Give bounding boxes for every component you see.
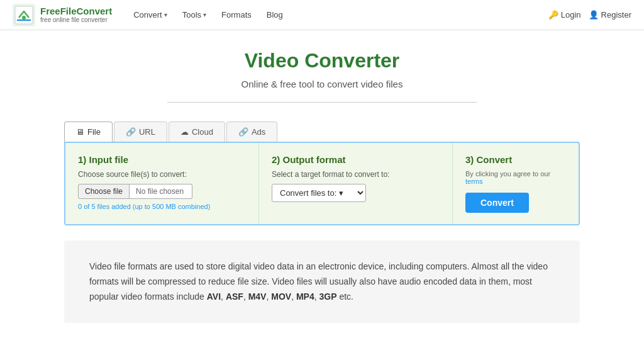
title-divider [167, 102, 477, 103]
nav-convert[interactable]: Convert ▾ [127, 6, 174, 23]
description-area: Video file formats are used to store dig… [64, 240, 580, 323]
nav-blog-label: Blog [267, 10, 283, 20]
file-count-text: 0 of 5 files added (up to 500 MB combine… [78, 203, 210, 210]
format-mov: MOV [271, 291, 291, 302]
choose-file-button[interactable]: Choose file [78, 184, 130, 199]
output-label: Select a target format to convert to: [272, 170, 440, 179]
main-content: Video Converter Online & free tool to co… [52, 30, 592, 323]
nav-formats[interactable]: Formats [215, 6, 258, 23]
nav-formats-label: Formats [221, 10, 252, 20]
nav-convert-label: Convert [133, 10, 162, 20]
login-label: Login [561, 10, 581, 20]
ads-tab-label: Ads [252, 127, 265, 137]
format-select[interactable]: Convert files to: ▾ MP4 AVI MOV MKV [272, 184, 366, 202]
login-link[interactable]: 🔑 Login [548, 10, 581, 20]
svg-rect-1 [15, 6, 33, 24]
format-m4v: M4V [248, 291, 267, 302]
register-link[interactable]: 👤 Register [589, 10, 631, 20]
cloud-tab-label: Cloud [192, 127, 213, 137]
terms-link[interactable]: terms [465, 178, 483, 185]
file-input-row: Choose file No file chosen [78, 184, 246, 199]
input-section: 1) Input file Choose source file(s) to c… [65, 143, 259, 224]
nav-tools[interactable]: Tools ▾ [176, 6, 213, 23]
tab-cloud[interactable]: ☁ Cloud [169, 122, 225, 142]
output-section: 2) Output format Select a target format … [259, 143, 453, 224]
page-subtitle: Online & free tool to convert video file… [64, 79, 580, 89]
register-icon: 👤 [589, 10, 599, 20]
nav-blog[interactable]: Blog [260, 6, 289, 23]
format-mp4: MP4 [296, 291, 314, 302]
convert-title: 3) Convert [465, 154, 566, 165]
terms-link-text: terms [465, 178, 483, 185]
register-label: Register [601, 10, 631, 20]
terms-prefix: By clicking you agree to our [465, 170, 550, 178]
tab-ads[interactable]: 🔗 Ads [226, 122, 277, 142]
cloud-tab-icon: ☁ [180, 127, 189, 137]
input-label: Choose source file(s) to convert: [78, 170, 246, 179]
file-count: 0 of 5 files added (up to 500 MB combine… [78, 203, 246, 210]
tabs: 🖥 File 🔗 URL ☁ Cloud 🔗 Ads [64, 122, 580, 142]
logo-icon [13, 4, 35, 26]
convert-terms: By clicking you agree to our terms [465, 170, 566, 185]
file-tab-icon: 🖥 [76, 127, 84, 137]
navbar: FreeFileConvert free online file convert… [0, 0, 644, 30]
description-text: Video file formats are used to store dig… [89, 259, 555, 304]
nav-tools-arrow: ▾ [203, 11, 206, 18]
tab-file[interactable]: 🖥 File [64, 122, 113, 142]
brand-text: FreeFileConvert free online file convert… [40, 6, 112, 24]
format-3gp: 3GP [319, 291, 336, 302]
tab-url[interactable]: 🔗 URL [114, 122, 167, 142]
nav-items: Convert ▾ Tools ▾ Formats Blog [127, 6, 548, 23]
page-title: Video Converter [64, 49, 580, 72]
login-icon: 🔑 [548, 10, 558, 20]
ads-tab-icon: 🔗 [238, 127, 248, 137]
svg-point-2 [22, 16, 26, 20]
format-asf: ASF [226, 291, 243, 302]
url-tab-icon: 🔗 [126, 127, 136, 137]
nav-auth: 🔑 Login 👤 Register [548, 10, 631, 20]
output-title: 2) Output format [272, 154, 440, 165]
brand-logo[interactable]: FreeFileConvert free online file convert… [13, 4, 112, 26]
input-title: 1) Input file [78, 154, 246, 165]
format-avi: AVI [207, 291, 221, 302]
brand-tagline: free online file converter [40, 16, 112, 23]
file-tab-label: File [87, 127, 101, 137]
converter-box: 1) Input file Choose source file(s) to c… [64, 142, 580, 225]
convert-section: 3) Convert By clicking you agree to our … [453, 143, 579, 224]
file-name-display: No file chosen [130, 184, 192, 199]
url-tab-label: URL [139, 127, 155, 137]
brand-name: FreeFileConvert [40, 6, 112, 17]
convert-button[interactable]: Convert [465, 193, 529, 213]
nav-tools-label: Tools [182, 10, 201, 20]
nav-convert-arrow: ▾ [164, 11, 167, 18]
